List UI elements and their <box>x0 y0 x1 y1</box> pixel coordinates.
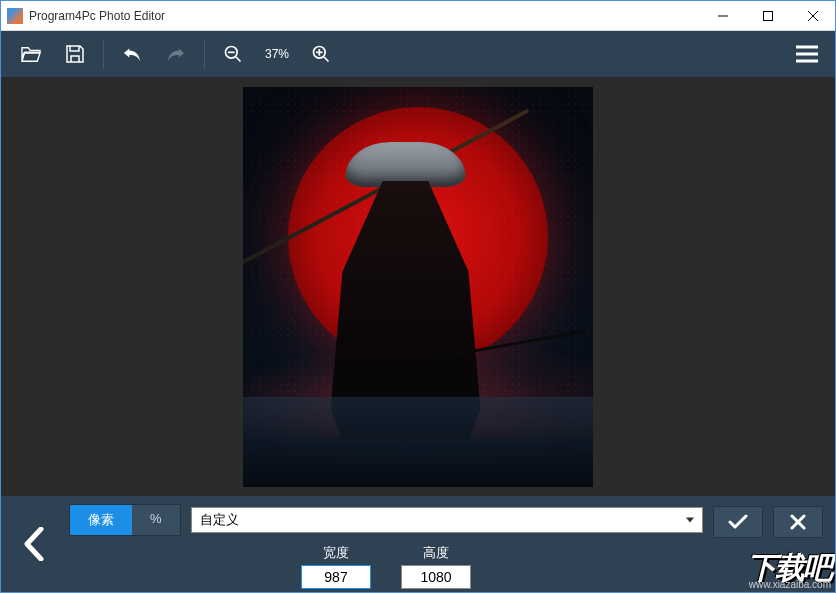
svg-line-5 <box>236 57 241 62</box>
zoom-out-button[interactable] <box>211 34 255 74</box>
svg-rect-1 <box>763 11 772 20</box>
minimize-button[interactable] <box>700 1 745 30</box>
preset-select[interactable]: 自定义 <box>191 507 703 533</box>
app-icon <box>7 8 23 24</box>
redo-button[interactable] <box>154 34 198 74</box>
zoom-level: 37% <box>255 47 299 61</box>
window-controls <box>700 1 835 30</box>
window-title: Program4Pc Photo Editor <box>29 9 165 23</box>
height-input[interactable] <box>401 565 471 589</box>
width-input[interactable] <box>301 565 371 589</box>
menu-button[interactable] <box>787 34 827 74</box>
unit-toggle: 像素 % <box>69 504 181 536</box>
height-label: 高度 <box>423 544 449 562</box>
close-button[interactable] <box>790 1 835 30</box>
width-label: 宽度 <box>323 544 349 562</box>
save-button[interactable] <box>53 34 97 74</box>
undo-button[interactable] <box>110 34 154 74</box>
separator <box>204 40 205 68</box>
unit-pixel-button[interactable]: 像素 <box>70 505 132 535</box>
image-preview <box>243 87 593 487</box>
titlebar: Program4Pc Photo Editor <box>1 1 835 31</box>
unit-percent-button[interactable]: % <box>132 505 180 535</box>
canvas-area[interactable] <box>1 77 835 496</box>
maximize-button[interactable] <box>745 1 790 30</box>
toolbar: 37% <box>1 31 835 77</box>
cancel-button[interactable] <box>773 506 823 538</box>
apply-button[interactable] <box>713 506 763 538</box>
open-button[interactable] <box>9 34 53 74</box>
separator <box>103 40 104 68</box>
svg-line-8 <box>324 57 329 62</box>
zoom-in-button[interactable] <box>299 34 343 74</box>
preset-selected-label: 自定义 <box>200 511 239 529</box>
back-button[interactable] <box>9 504 59 584</box>
resize-panel: 像素 % 自定义 宽度 高度 下载吧 www.xiazaiba. <box>1 496 835 592</box>
